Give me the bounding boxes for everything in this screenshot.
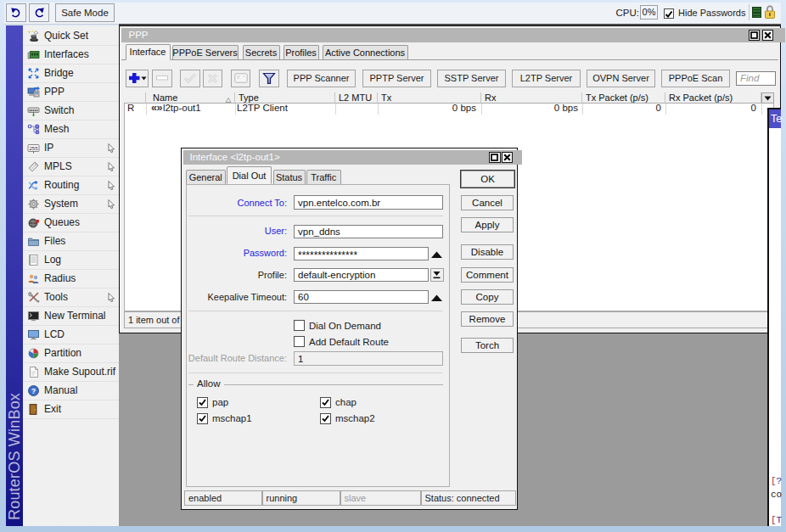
svg-text:255: 255 bbox=[29, 146, 38, 151]
svg-text:?: ? bbox=[31, 387, 36, 395]
